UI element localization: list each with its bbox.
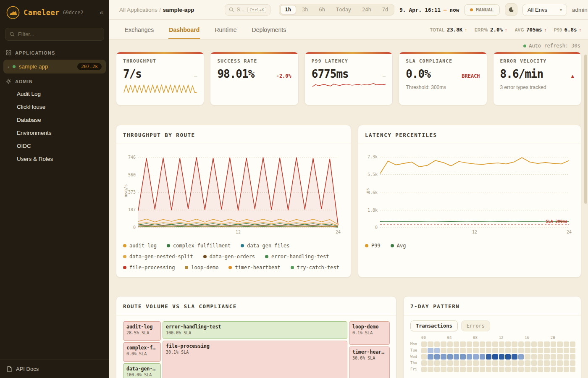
heatmap-cell[interactable] (467, 341, 472, 347)
heatmap-cell[interactable] (428, 341, 433, 347)
heatmap-cell[interactable] (460, 367, 465, 372)
heatmap-cell[interactable] (421, 354, 427, 360)
heatmap-cell[interactable] (512, 360, 517, 366)
legend-item-Avg[interactable]: Avg (391, 243, 406, 249)
heatmap-cell[interactable] (454, 341, 459, 347)
heatmap-cell[interactable] (518, 348, 524, 353)
global-search[interactable]: S... Ctrl+K (225, 4, 270, 16)
heatmap-cell[interactable] (441, 341, 446, 347)
heatmap-cell[interactable] (421, 367, 427, 372)
range-3h-button[interactable]: 3h (297, 5, 313, 14)
heatmap-cell[interactable] (460, 341, 465, 347)
legend-item-P99[interactable]: P99 (365, 243, 381, 249)
heatmap-cell[interactable] (441, 367, 446, 372)
heatmap-cell[interactable] (512, 348, 517, 353)
sidebar-collapse-icon[interactable]: « (100, 9, 103, 16)
heatmap-cell[interactable] (551, 360, 556, 366)
sidebar-item-oidc[interactable]: OIDC (0, 139, 109, 152)
api-docs-link[interactable]: API Docs (0, 360, 109, 378)
sidebar-filter[interactable] (5, 28, 104, 41)
heatmap-cell[interactable] (525, 341, 530, 347)
heatmap-cell[interactable] (434, 354, 440, 360)
heatmap-cell[interactable] (486, 360, 491, 366)
heatmap-cell[interactable] (570, 348, 575, 353)
heatmap-cell[interactable] (557, 354, 562, 360)
date-range[interactable]: 9. Apr. 16:11 — now (399, 7, 459, 13)
legend-item-data-gen-files[interactable]: data-gen-files (241, 243, 289, 249)
treemap-box-error-handling-test[interactable]: error-handling-test100.0% SLA (163, 321, 347, 339)
heatmap-cell[interactable] (518, 354, 524, 360)
heatmap-cell[interactable] (499, 354, 504, 360)
heatmap-cell[interactable] (544, 354, 549, 360)
sidebar-item-users-roles[interactable]: Users & Roles (0, 152, 109, 165)
heatmap-cell[interactable] (538, 341, 543, 347)
heatmap-cell[interactable] (486, 341, 491, 347)
sidebar-item-environments[interactable]: Environments (0, 126, 109, 139)
heatmap-cell[interactable] (447, 348, 453, 353)
heatmap-cell[interactable] (551, 348, 556, 353)
heatmap-cell[interactable] (570, 341, 575, 347)
heatmap-cell[interactable] (428, 354, 433, 360)
scrollbar-thumb[interactable] (584, 55, 587, 204)
filter-input[interactable] (18, 31, 100, 37)
heatmap-cell[interactable] (480, 348, 485, 353)
heatmap-cell[interactable] (473, 367, 478, 372)
heatmap-cell[interactable] (570, 367, 575, 372)
heatmap-cell[interactable] (492, 354, 498, 360)
heatmap-cell[interactable] (447, 367, 453, 372)
legend-item-file-processing[interactable]: file-processing (123, 265, 175, 270)
heatmap-cell[interactable] (564, 354, 569, 360)
heatmap-cell[interactable] (447, 354, 453, 360)
range-6h-button[interactable]: 6h (314, 5, 330, 14)
heatmap-cell[interactable] (525, 348, 530, 353)
tab-runtime[interactable]: Runtime (214, 21, 237, 39)
heatmap-cell[interactable] (538, 367, 543, 372)
treemap-box-loop-demo[interactable]: loop-demo0.1% SLA (349, 321, 390, 345)
heatmap-cell[interactable] (480, 367, 485, 372)
heatmap-cell[interactable] (499, 360, 504, 366)
heatmap-cell[interactable] (460, 354, 465, 360)
legend-item-error-handling-test[interactable]: error-handling-test (265, 254, 329, 260)
user-name[interactable]: admin (572, 7, 588, 13)
legend-item-data-gen-orders[interactable]: data-gen-orders (203, 254, 255, 260)
heatmap-cell[interactable] (505, 360, 511, 366)
heatmap-cell[interactable] (428, 348, 433, 353)
heatmap-cell[interactable] (499, 367, 504, 372)
treemap-box-file-processing[interactable]: file-processing30.1% SLA (163, 341, 347, 378)
heatmap-cell[interactable] (525, 360, 530, 366)
heatmap-cell[interactable] (460, 360, 465, 366)
heatmap-cell[interactable] (531, 341, 537, 347)
heatmap-cell[interactable] (473, 354, 478, 360)
treemap-box-complex-fulfillment[interactable]: complex-fulfillment0.0% SLA (123, 342, 161, 362)
heatmap-cell[interactable] (505, 367, 511, 372)
heatmap-cell[interactable] (518, 367, 524, 372)
heatmap-cell[interactable] (544, 341, 549, 347)
heatmap-cell[interactable] (473, 360, 478, 366)
heatmap-cell[interactable] (557, 360, 562, 366)
heatmap-cell[interactable] (492, 341, 498, 347)
tab-dashboard[interactable]: Dashboard (168, 21, 200, 39)
heatmap-cell[interactable] (454, 348, 459, 353)
heatmap-cell[interactable] (512, 367, 517, 372)
heatmap-cell[interactable] (551, 367, 556, 372)
heatmap-cell[interactable] (564, 341, 569, 347)
sidebar-item-audit-log[interactable]: Audit Log (0, 87, 109, 100)
heatmap-cell[interactable] (486, 354, 491, 360)
breadcrumb-root[interactable]: All Applications (119, 7, 158, 13)
heatmap-cell[interactable] (512, 354, 517, 360)
heatmap-cell[interactable] (551, 354, 556, 360)
heatmap-cell[interactable] (480, 354, 485, 360)
legend-item-try-catch-test[interactable]: try-catch-test (291, 265, 339, 270)
heatmap-cell[interactable] (538, 348, 543, 353)
sidebar-item-clickhouse[interactable]: ClickHouse (0, 100, 109, 113)
heatmap-cell[interactable] (544, 360, 549, 366)
heatmap-cell[interactable] (492, 348, 498, 353)
heatmap-cell[interactable] (428, 367, 433, 372)
heatmap-cell[interactable] (454, 367, 459, 372)
dark-mode-toggle[interactable] (505, 3, 517, 16)
heatmap-cell[interactable] (570, 360, 575, 366)
heatmap-cell[interactable] (421, 360, 427, 366)
heatmap-cell[interactable] (467, 354, 472, 360)
treemap-box-data-gen-files[interactable]: data-gen-files100.0% SLA (123, 363, 161, 378)
heatmap-cell[interactable] (505, 354, 511, 360)
